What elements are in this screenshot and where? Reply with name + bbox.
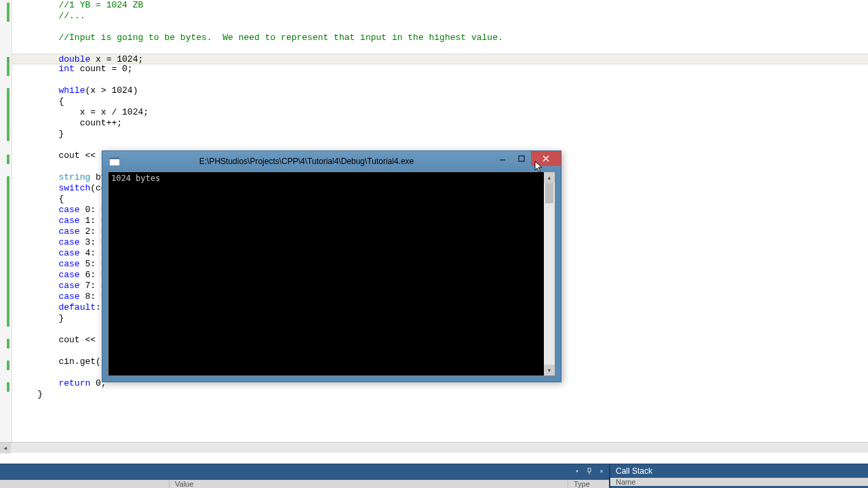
console-app-icon (109, 157, 120, 166)
change-marker-icon (7, 88, 9, 141)
code-line[interactable]: } (12, 389, 868, 400)
callstack-tab[interactable]: Call Stack (610, 464, 868, 478)
code-line[interactable] (12, 75, 868, 85)
code-line[interactable]: { (12, 96, 868, 107)
col-type-header[interactable]: Type (568, 480, 609, 488)
console-title: E:\PHStudios\Projects\CPP\4\Tutorial4\De… (120, 157, 493, 166)
svg-rect-4 (588, 468, 591, 472)
console-output: 1024 bytes (108, 172, 544, 375)
svg-rect-1 (519, 156, 524, 161)
col-value-header[interactable]: Value (170, 480, 568, 488)
code-line[interactable] (12, 22, 868, 33)
scroll-track[interactable] (544, 183, 555, 365)
bottom-panel: ▾ ✕ Value Type Call Stack Name (0, 464, 868, 488)
code-line[interactable] (12, 140, 868, 150)
editor-gutter (0, 0, 12, 453)
code-line[interactable]: x = x / 1024; (12, 107, 868, 118)
code-line[interactable]: double x = 1024; (12, 54, 868, 64)
code-line[interactable]: //1 YB = 1024 ZB (12, 0, 868, 11)
change-marker-icon (7, 339, 9, 348)
scroll-left-arrow-icon[interactable]: ◄ (0, 443, 11, 453)
code-line[interactable]: int count = 0; (12, 64, 868, 75)
change-marker-icon (7, 382, 9, 392)
change-marker-icon (7, 57, 9, 76)
change-marker-icon (7, 3, 9, 22)
minimize-button[interactable] (493, 151, 512, 166)
watch-columns-header: Value Type (0, 480, 609, 488)
col-name-header[interactable] (0, 480, 170, 488)
scroll-up-arrow-icon[interactable]: ▲ (544, 172, 555, 183)
panel-close-icon[interactable]: ✕ (597, 466, 606, 476)
code-line[interactable]: //Input is going to be bytes. We need to… (12, 33, 868, 43)
code-line[interactable]: //... (12, 11, 868, 22)
scroll-thumb[interactable] (545, 183, 553, 203)
code-line[interactable]: while(x > 1024) (12, 85, 868, 96)
pin-icon[interactable] (585, 466, 594, 476)
maximize-button[interactable] (512, 151, 531, 166)
callstack-panel[interactable]: Call Stack Name (609, 464, 868, 488)
change-marker-icon (7, 176, 9, 327)
console-body: 1024 bytes ▲ ▼ (108, 171, 555, 376)
change-marker-icon (7, 361, 9, 370)
console-scrollbar[interactable]: ▲ ▼ (544, 172, 555, 375)
code-line[interactable] (12, 43, 868, 54)
console-window: E:\PHStudios\Projects\CPP\4\Tutorial4\De… (102, 150, 561, 382)
console-titlebar[interactable]: E:\PHStudios\Projects\CPP\4\Tutorial4\De… (102, 151, 561, 171)
panel-dropdown-icon[interactable]: ▾ (572, 466, 582, 476)
close-button[interactable] (531, 151, 561, 166)
scroll-down-arrow-icon[interactable]: ▼ (544, 365, 555, 375)
code-line[interactable]: } (12, 129, 868, 140)
code-line[interactable]: count++; (12, 118, 868, 129)
change-marker-icon (7, 155, 9, 164)
col-rname-header[interactable]: Name (610, 478, 868, 486)
horizontal-scrollbar[interactable]: ◄ (0, 442, 868, 453)
callstack-columns-header: Name (610, 478, 868, 486)
watch-panel[interactable]: ▾ ✕ Value Type (0, 464, 609, 488)
